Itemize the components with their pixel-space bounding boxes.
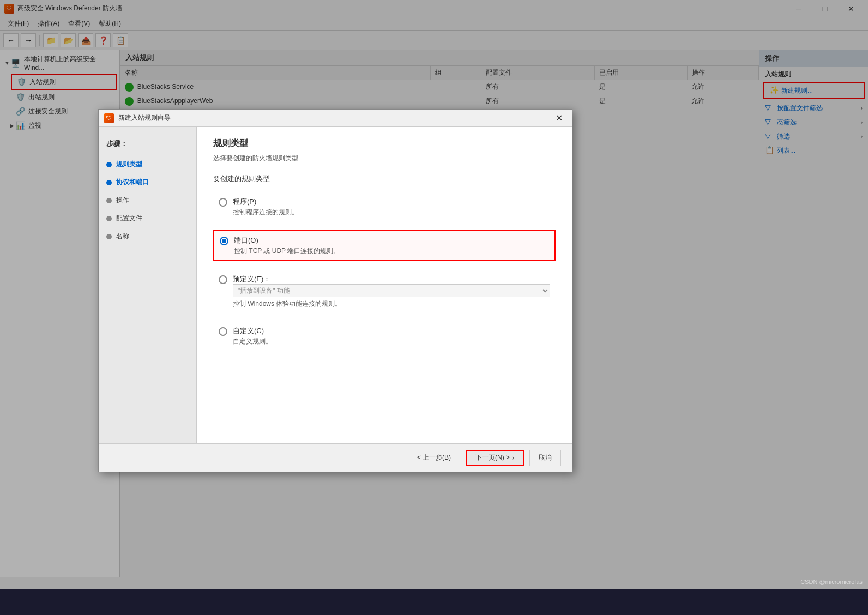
dialog-content-subtitle: 选择要创建的防火墙规则类型 — [213, 154, 556, 163]
radio-btn-custom[interactable] — [219, 327, 227, 336]
radio-title-port: 端口(O) — [234, 236, 340, 245]
radio-title-custom: 自定义(C) — [233, 326, 272, 336]
nav-dot-4 — [106, 216, 112, 221]
dialog-steps-header: 步骤： — [99, 136, 196, 155]
dropdown-row: "播放到设备" 功能 — [233, 284, 550, 297]
nav-dot-3 — [106, 198, 112, 203]
nav-name-label: 名称 — [116, 232, 129, 241]
dialog-title: 新建入站规则向导 — [118, 113, 551, 123]
next-arrow-icon: › — [512, 454, 514, 462]
radio-label-predefined: 预定义(E)： "播放到设备" 功能 控制 Windows 体验功能连接的规则。 — [233, 274, 550, 309]
next-button-label: 下一页(N) > — [475, 453, 510, 462]
back-button[interactable]: < 上一步(B) — [408, 450, 460, 466]
dialog-content-title: 规则类型 — [213, 138, 556, 149]
radio-desc-port: 控制 TCP 或 UDP 端口连接的规则。 — [234, 246, 340, 256]
radio-desc-program: 控制程序连接的规则。 — [233, 208, 298, 217]
radio-desc-custom: 自定义规则。 — [233, 337, 272, 346]
nav-dot-5 — [106, 234, 112, 239]
dialog-nav-profile: 配置文件 — [99, 209, 196, 227]
next-button[interactable]: 下一页(N) > › — [466, 450, 524, 466]
watermark: CSDN @micromicrofas — [800, 578, 863, 585]
radio-btn-program[interactable] — [219, 198, 227, 207]
dialog-nav-protocol-port[interactable]: 协议和端口 — [99, 173, 196, 191]
dialog-nav-rule-type[interactable]: 规则类型 — [99, 155, 196, 173]
radio-option-predefined[interactable]: 预定义(E)： "播放到设备" 功能 控制 Windows 体验功能连接的规则。 — [213, 270, 556, 313]
dialog-nav: 步骤： 规则类型 协议和端口 操作 配置文件 名称 — [99, 127, 197, 443]
predefined-dropdown[interactable]: "播放到设备" 功能 — [233, 284, 550, 297]
dialog-close-button[interactable]: ✕ — [551, 112, 566, 125]
dialog-content: 规则类型 选择要创建的防火墙规则类型 要创建的规则类型 程序(P) 控制程序连接… — [197, 127, 572, 443]
radio-option-program[interactable]: 程序(P) 控制程序连接的规则。 — [213, 192, 556, 221]
radio-label-port: 端口(O) 控制 TCP 或 UDP 端口连接的规则。 — [234, 236, 340, 256]
taskbar — [0, 589, 868, 615]
nav-dot-1 — [106, 162, 112, 167]
radio-option-custom[interactable]: 自定义(C) 自定义规则。 — [213, 322, 556, 351]
nav-profile-label: 配置文件 — [116, 214, 142, 223]
radio-label-custom: 自定义(C) 自定义规则。 — [233, 326, 272, 346]
dialog-nav-action: 操作 — [99, 191, 196, 209]
nav-protocol-label: 协议和端口 — [116, 178, 149, 187]
radio-option-port[interactable]: 端口(O) 控制 TCP 或 UDP 端口连接的规则。 — [213, 230, 556, 261]
radio-title-predefined: 预定义(E)： — [233, 274, 550, 284]
dialog-footer: < 上一步(B) 下一页(N) > › 取消 — [99, 443, 572, 472]
dialog-nav-name: 名称 — [99, 227, 196, 245]
dialog-section-label: 要创建的规则类型 — [213, 174, 556, 184]
nav-rule-type-label: 规则类型 — [116, 160, 142, 169]
cancel-button[interactable]: 取消 — [529, 450, 561, 466]
nav-action-label: 操作 — [116, 196, 129, 205]
dialog-titlebar: 🛡 新建入站规则向导 ✕ — [99, 110, 572, 127]
new-rule-dialog: 🛡 新建入站规则向导 ✕ 步骤： 规则类型 协议和端口 操作 配置文件 — [98, 109, 572, 472]
nav-dot-2 — [106, 180, 112, 185]
radio-btn-port[interactable] — [220, 237, 228, 245]
dialog-body: 步骤： 规则类型 协议和端口 操作 配置文件 名称 — [99, 127, 572, 443]
radio-desc-predefined: 控制 Windows 体验功能连接的规则。 — [233, 299, 550, 309]
radio-btn-predefined[interactable] — [219, 275, 227, 284]
radio-label-program: 程序(P) 控制程序连接的规则。 — [233, 197, 298, 217]
radio-title-program: 程序(P) — [233, 197, 298, 207]
dialog-icon: 🛡 — [104, 113, 114, 123]
